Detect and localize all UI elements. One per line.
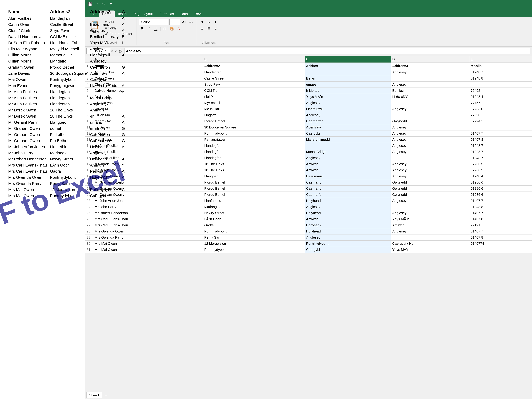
excel-cell-c[interactable]: Aberffraw — [305, 124, 391, 130]
excel-cell-d[interactable] — [391, 234, 469, 241]
excel-cell-c[interactable]: Amlwch — [305, 216, 391, 222]
excel-cell-e[interactable]: Mobile — [469, 63, 532, 69]
excel-cell-e[interactable]: 01407 7 — [469, 210, 532, 216]
excel-cell-d[interactable]: Anglesey — [391, 161, 469, 167]
excel-cell-c[interactable]: Caernarfon — [305, 192, 391, 198]
excel-cell-b[interactable]: Ffordd Bethel — [203, 192, 305, 198]
excel-table-row[interactable]: 18Mr Derek Owen18 The LinksAmlwchAnglese… — [85, 167, 532, 173]
excel-cell-a[interactable]: Mrs Gwenda Parry — [93, 234, 203, 241]
align-middle-button[interactable]: ↔ — [206, 19, 212, 25]
excel-table-row[interactable]: 25Mr Robert HendersonNewry StreetHolyhea… — [85, 210, 532, 216]
excel-cell-e[interactable]: 07766 5 — [469, 161, 532, 167]
excel-cell-c[interactable]: Llanerchymedd — [305, 137, 391, 143]
excel-cell-c[interactable]: Caernarfon — [305, 118, 391, 124]
excel-table-row[interactable]: 7Elin Ma ynneMyr echellAnglesey77757 — [85, 100, 532, 106]
excel-cell-c[interactable]: Ynys MÃ´n — [305, 94, 391, 100]
excel-cell-a[interactable]: Mrs Gwenda Owen — [93, 228, 203, 234]
excel-cell-d[interactable]: Anglesey — [391, 82, 469, 88]
excel-cell-e[interactable]: 79191 — [469, 222, 532, 228]
excel-table-row[interactable]: 19Mr Geraint ParryLlangoedBeaumarisAngle… — [85, 173, 532, 179]
border-button[interactable]: ⊞ — [162, 26, 168, 32]
excel-cell-b[interactable]: Newry Street — [203, 210, 305, 216]
excel-cell-b[interactable]: Llanfaethlu — [203, 198, 305, 204]
excel-cell-c[interactable]: Amlwch — [305, 167, 391, 173]
excel-table-row[interactable]: 8Gillian MMe ia HallLlanfairpwllAnglesey… — [85, 106, 532, 112]
excel-cell-c[interactable]: Penysarn — [305, 222, 391, 228]
col-header-e[interactable]: E — [469, 56, 532, 63]
excel-cell-b[interactable]: Castle Street — [203, 76, 305, 82]
excel-cell-b[interactable]: Ffordd Bethel — [203, 185, 305, 192]
excel-table-row[interactable]: 22Mr Graham OwenFfordd BethelCaernarfonG… — [85, 192, 532, 198]
excel-cell-b[interactable]: 30 Bodorgan Square — [203, 124, 305, 130]
excel-cell-b[interactable]: Pontrhydybont — [203, 130, 305, 137]
sheet-tab-1[interactable]: Sheet1 — [86, 392, 102, 398]
excel-cell-e[interactable] — [469, 247, 532, 253]
excel-table-row[interactable]: 2Alun FoulkesLlandegfanAnglesey01248 7 — [85, 69, 532, 76]
excel-cell-d[interactable] — [391, 204, 469, 210]
excel-cell-c[interactable]: emaes — [305, 82, 391, 88]
excel-cell-d[interactable]: Gwynedd — [391, 192, 469, 198]
excel-cell-e[interactable]: 01286 6 — [469, 192, 532, 198]
excel-cell-b[interactable]: Pontrhydybont — [203, 228, 305, 234]
excel-cell-d[interactable]: Anglesey — [391, 149, 469, 155]
font-shrink-button[interactable]: A- — [188, 19, 194, 25]
col-header-b[interactable]: B — [203, 56, 305, 63]
excel-cell-b[interactable]: niel P — [203, 94, 305, 100]
excel-cell-b[interactable]: Ffordd Bethel — [203, 118, 305, 124]
excel-table-row[interactable]: 31Mrs Mai OwenPontrhydybontCaergybiYnys … — [85, 247, 532, 253]
excel-cell-c[interactable] — [305, 69, 391, 76]
excel-cell-a[interactable]: Mr Robert Henderson — [93, 210, 203, 216]
align-top-button[interactable]: ⬆ — [199, 19, 205, 25]
excel-table-row[interactable]: 27Mrs Carli Evans-ThauGadfaPenysarnAmlwc… — [85, 222, 532, 228]
excel-cell-d[interactable]: LL60 6DY — [391, 94, 469, 100]
excel-cell-b[interactable]: Gadfa — [203, 222, 305, 228]
excel-cell-c[interactable]: Menai Bridge — [305, 149, 391, 155]
excel-cell-b[interactable]: Llandegfan — [203, 149, 305, 155]
excel-table-row[interactable]: 13Mari EvansPenygraigwenLlanerchymeddAng… — [85, 137, 532, 143]
excel-cell-b[interactable]: Myr echell — [203, 100, 305, 106]
excel-cell-e[interactable]: 01286 6 — [469, 179, 532, 185]
excel-cell-d[interactable]: Anglesey — [391, 69, 469, 76]
excel-cell-c[interactable]: Amlwch — [305, 161, 391, 167]
excel-cell-c[interactable]: Llanfairpwll — [305, 106, 391, 112]
excel-cell-b[interactable]: Address2 — [203, 63, 305, 69]
excel-cell-b[interactable]: Pen y Sarn — [203, 234, 305, 241]
excel-cell-b[interactable]: LÃ^n Goch — [203, 216, 305, 222]
excel-cell-b[interactable]: Llandegfan — [203, 155, 305, 161]
excel-cell-d[interactable]: Anglesey — [391, 210, 469, 216]
excel-cell-a[interactable]: Mrs Carli Evans-Thau — [93, 222, 203, 228]
excel-table-row[interactable]: 11he Davies30 Bodorgan SquareAberffrawAn… — [85, 124, 532, 130]
excel-cell-c[interactable]: Anglesey — [305, 204, 391, 210]
formula-input[interactable]: Anglesey — [124, 48, 531, 54]
excel-cell-c[interactable]: Holyhead — [305, 210, 391, 216]
col-header-d[interactable]: D — [391, 56, 469, 63]
align-left-button[interactable]: ≡ — [199, 26, 205, 32]
excel-cell-e[interactable]: 01407 8 — [469, 137, 532, 143]
excel-cell-d[interactable]: Anglesey — [391, 137, 469, 143]
excel-table-row[interactable]: 24Mr John ParryMarianglasAnglesey01248 8 — [85, 204, 532, 210]
excel-cell-c[interactable]: Be ari — [305, 76, 391, 82]
save-icon[interactable]: 💾 — [88, 2, 92, 6]
excel-cell-b[interactable]: Penygraigwen — [203, 137, 305, 143]
excel-table-row[interactable]: 21Mr Graham OwenFfordd BethelCaernarfonG… — [85, 185, 532, 192]
excel-cell-e[interactable]: 77330 — [469, 112, 532, 118]
col-header-c[interactable]: C — [305, 56, 391, 63]
font-name-select[interactable]: Calibri — [139, 19, 168, 25]
excel-cell-e[interactable]: 01248 7 — [469, 149, 532, 155]
excel-cell-e[interactable]: 01248 8 — [469, 204, 532, 210]
excel-cell-a[interactable]: Mrs Carli Evans-Thau — [93, 216, 203, 222]
excel-cell-c[interactable]: Addres — [305, 63, 391, 69]
excel-table-row[interactable]: 4Clerc / ClerkStryd FawremaesAnglesey — [85, 82, 532, 88]
excel-cell-b[interactable]: 18 The Links — [203, 161, 305, 167]
excel-cell-d[interactable]: Anglesey — [391, 124, 469, 130]
excel-table-row[interactable]: 23Mr John Arfon JonesLlanfaethluHolyhead… — [85, 198, 532, 204]
excel-table-row[interactable]: 12ai OwenPontrhydybontCaergybiAnglesey01… — [85, 130, 532, 137]
excel-cell-d[interactable]: Benllech — [391, 88, 469, 94]
excel-cell-d[interactable]: Anglesey — [391, 143, 469, 149]
align-right-button[interactable]: ≡ — [213, 26, 219, 32]
excel-table-row[interactable]: 30Mrs Mai Owen12 MorawelonPontrhydybontC… — [85, 241, 532, 247]
excel-table-row[interactable]: 9Gillian MoLlngaffoAnglesey77330 — [85, 112, 532, 118]
excel-cell-b[interactable]: Llandegfan — [203, 143, 305, 149]
excel-cell-d[interactable] — [391, 76, 469, 82]
align-bottom-button[interactable]: ⬇ — [213, 19, 219, 25]
